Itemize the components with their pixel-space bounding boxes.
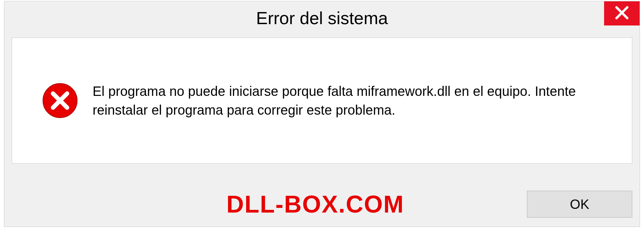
watermark-text: DLL-BOX.COM xyxy=(226,190,404,218)
close-button[interactable] xyxy=(604,1,640,25)
error-message: El programa no puede iniciarse porque fa… xyxy=(93,82,619,119)
close-icon xyxy=(614,5,629,21)
content-area: El programa no puede iniciarse porque fa… xyxy=(12,38,632,164)
dialog-title: Error del sistema xyxy=(256,8,388,28)
titlebar: Error del sistema xyxy=(4,1,640,35)
error-dialog: Error del sistema El programa no puede i… xyxy=(4,1,640,227)
ok-button[interactable]: OK xyxy=(527,191,632,218)
footer: DLL-BOX.COM OK xyxy=(12,190,632,218)
error-icon xyxy=(42,83,78,118)
